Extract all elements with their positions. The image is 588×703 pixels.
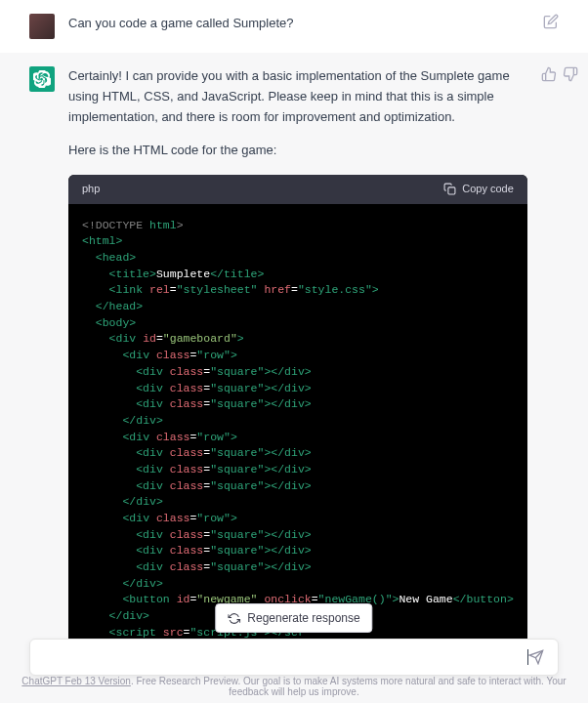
user-actions [543, 14, 559, 39]
code-lang: php [82, 181, 100, 198]
send-icon[interactable] [528, 649, 544, 665]
assistant-avatar [29, 66, 55, 92]
code-gameboard: gameboard [170, 332, 231, 345]
code-title: Sumplete [156, 268, 210, 280]
regen-label: Regenerate response [247, 611, 359, 625]
user-avatar [29, 14, 55, 39]
assistant-p2: Here is the HTML code for the game: [68, 141, 527, 161]
assistant-message: Certainly! I can provide you with a basi… [0, 53, 588, 668]
input-bar [29, 639, 559, 676]
code-block: php Copy code <!DOCTYPE html> <html> <he… [68, 175, 527, 654]
chat-input[interactable] [44, 649, 527, 665]
svg-rect-0 [448, 187, 455, 194]
copy-code-button[interactable]: Copy code [443, 181, 514, 198]
assistant-actions [541, 66, 578, 654]
user-message: Can you code a game called Sumplete? [0, 0, 588, 53]
code-body: <!DOCTYPE html> <html> <head> <title>Sum… [68, 204, 527, 654]
code-href: style.css [305, 283, 365, 296]
copy-label: Copy code [462, 181, 514, 198]
footer: ChatGPT Feb 13 Version. Free Research Pr… [0, 676, 588, 697]
thumbs-down-icon[interactable] [563, 66, 578, 82]
edit-icon[interactable] [543, 14, 559, 29]
user-text: Can you code a game called Sumplete? [68, 16, 294, 30]
assistant-p1: Certainly! I can provide you with a basi… [68, 66, 527, 127]
user-content: Can you code a game called Sumplete? [68, 14, 529, 39]
footer-rest: . Free Research Preview. Our goal is to … [131, 676, 567, 697]
thumbs-up-icon[interactable] [541, 66, 557, 82]
refresh-icon [228, 612, 240, 625]
footer-version[interactable]: ChatGPT Feb 13 Version [21, 676, 131, 686]
assistant-content: Certainly! I can provide you with a basi… [68, 66, 527, 654]
regenerate-button[interactable]: Regenerate response [215, 603, 372, 633]
clipboard-icon [443, 183, 456, 195]
code-header: php Copy code [68, 175, 527, 204]
